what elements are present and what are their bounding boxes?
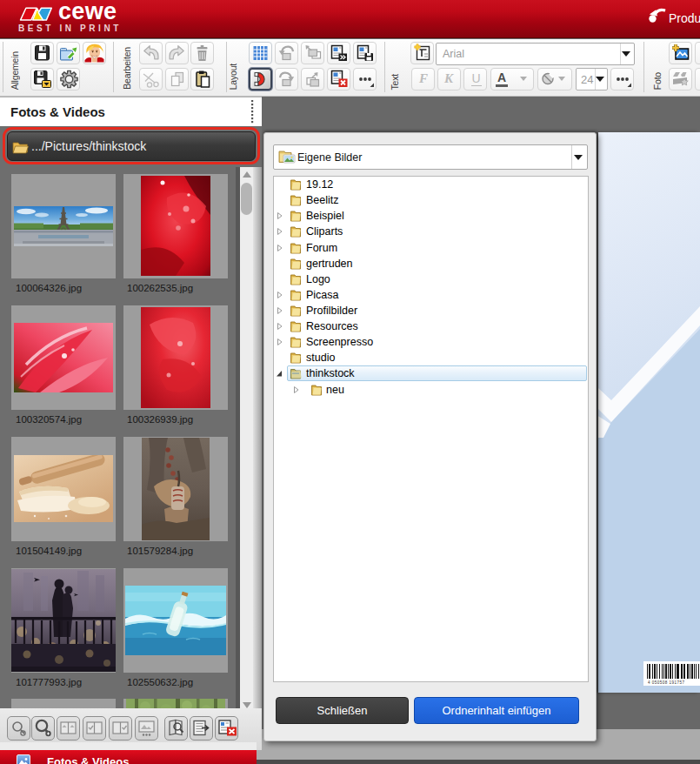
svg-text:4 050508 191757: 4 050508 191757 bbox=[648, 680, 685, 685]
